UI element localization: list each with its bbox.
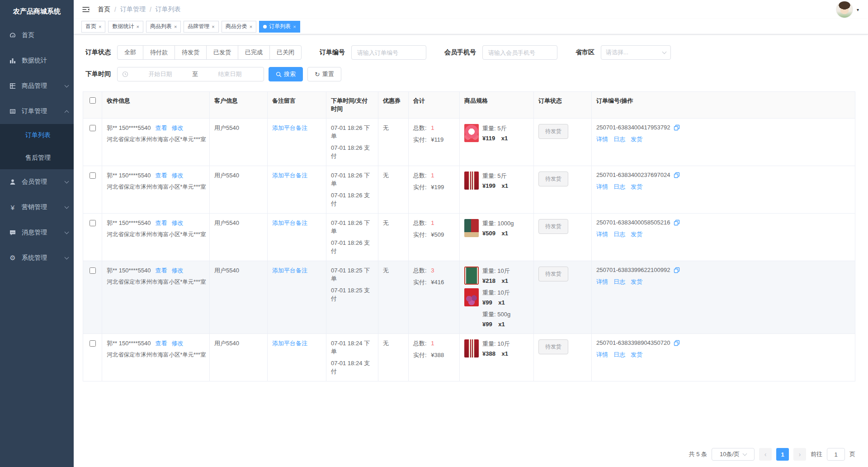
breadcrumb-home[interactable]: 首页 [98, 5, 110, 14]
edit-link[interactable]: 修改 [172, 267, 184, 275]
date-range-picker[interactable]: 开始日期 至 结束日期 [117, 67, 264, 81]
topbar: 首页 / 订单管理 / 订单列表 ▾ [74, 0, 868, 19]
tab-close-icon[interactable]: × [99, 24, 101, 29]
page-size-select[interactable]: 10条/页 [712, 448, 755, 461]
order-status-option-button[interactable]: 已关闭 [269, 45, 302, 60]
add-platform-note-link[interactable]: 添加平台备注 [272, 124, 307, 131]
sidebar-collapse-icon[interactable] [81, 5, 90, 14]
log-link[interactable]: 日志 [613, 230, 625, 238]
start-date-placeholder[interactable]: 开始日期 [131, 70, 189, 78]
tab-item[interactable]: 首页 × [81, 21, 105, 33]
ship-link[interactable]: 发货 [631, 351, 642, 359]
ship-link[interactable]: 发货 [631, 278, 642, 286]
tab-close-icon[interactable]: × [293, 24, 296, 29]
row-checkbox[interactable] [90, 340, 96, 347]
view-link[interactable]: 查看 [156, 124, 167, 132]
order-icon [9, 108, 16, 115]
product-item: 重量: 5斤 ¥199 x1 [464, 172, 529, 190]
copy-icon[interactable] [674, 267, 680, 273]
edit-link[interactable]: 修改 [172, 219, 184, 227]
detail-link[interactable]: 详情 [596, 278, 608, 286]
time-cell: 07-01 18:25 下单 07-01 18:25 支付 [326, 261, 378, 334]
ship-link[interactable]: 发货 [631, 135, 642, 143]
order-status-option-button[interactable]: 待付款 [143, 45, 175, 60]
count-label: 总数: [413, 172, 427, 179]
copy-icon[interactable] [674, 340, 680, 346]
count-value: 1 [431, 172, 434, 179]
sidebar-item-after-sale[interactable]: 售后管理 [0, 147, 74, 169]
detail-link[interactable]: 详情 [596, 351, 608, 359]
status-badge[interactable]: 待发货 [538, 339, 568, 354]
row-checkbox[interactable] [90, 220, 96, 226]
row-checkbox[interactable] [90, 172, 96, 179]
order-status-option-button[interactable]: 全部 [117, 45, 143, 60]
view-link[interactable]: 查看 [156, 267, 167, 275]
sidebar-item-orders[interactable]: 订单管理 [0, 99, 74, 124]
sidebar-item-members[interactable]: 会员管理 [0, 169, 74, 195]
order-status-option-button[interactable]: 已发货 [206, 45, 238, 60]
add-platform-note-link[interactable]: 添加平台备注 [272, 172, 307, 179]
tab-close-icon[interactable]: × [212, 24, 214, 29]
ship-link[interactable]: 发货 [631, 183, 642, 191]
log-link[interactable]: 日志 [613, 351, 625, 359]
tab-item[interactable]: 商品列表 × [146, 21, 181, 33]
products-cell: 重量: 1000g ¥509 x1 [460, 214, 534, 261]
copy-icon[interactable] [674, 219, 680, 226]
detail-link[interactable]: 详情 [596, 183, 608, 191]
search-button[interactable]: 搜索 [269, 67, 303, 81]
sidebar-item-order-list[interactable]: 订单列表 [0, 124, 74, 147]
sidebar-item-system[interactable]: ⚙ 系统管理 [0, 245, 74, 271]
reset-button[interactable]: ↻ 重置 [307, 67, 341, 81]
next-page-button[interactable]: › [793, 448, 806, 461]
detail-link[interactable]: 详情 [596, 230, 608, 238]
sidebar-item-marketing[interactable]: ¥ 营销管理 [0, 195, 74, 220]
sidebar-item-goods[interactable]: 商品管理 [0, 73, 74, 99]
view-link[interactable]: 查看 [156, 172, 167, 180]
tab-close-icon[interactable]: × [174, 24, 177, 29]
avatar[interactable] [836, 1, 853, 18]
copy-icon[interactable] [674, 124, 680, 131]
sidebar-item-stats[interactable]: 数据统计 [0, 48, 74, 73]
tab-item[interactable]: 订单列表 × [259, 21, 300, 33]
log-link[interactable]: 日志 [613, 135, 625, 143]
order-status-option-button[interactable]: 已完成 [238, 45, 270, 60]
tab-item[interactable]: 品牌管理 × [184, 21, 218, 33]
edit-link[interactable]: 修改 [172, 339, 184, 348]
view-link[interactable]: 查看 [156, 339, 167, 348]
edit-link[interactable]: 修改 [172, 172, 184, 180]
sidebar-item-messages[interactable]: 消息管理 [0, 220, 74, 245]
order-no-input[interactable] [351, 45, 426, 60]
user-menu-caret-icon[interactable]: ▾ [857, 7, 859, 12]
tab-item[interactable]: 商品分类 × [222, 21, 256, 33]
log-link[interactable]: 日志 [613, 183, 625, 191]
select-all-checkbox[interactable] [90, 97, 96, 104]
add-platform-note-link[interactable]: 添加平台备注 [272, 219, 307, 226]
ship-link[interactable]: 发货 [631, 230, 642, 238]
detail-link[interactable]: 详情 [596, 135, 608, 143]
sidebar-item-label: 消息管理 [22, 229, 65, 237]
tab-close-icon[interactable]: × [136, 24, 139, 29]
current-page-button[interactable]: 1 [776, 448, 789, 461]
copy-icon[interactable] [674, 172, 680, 178]
status-badge[interactable]: 待发货 [538, 124, 568, 139]
add-platform-note-link[interactable]: 添加平台备注 [272, 267, 307, 274]
status-badge[interactable]: 待发货 [538, 172, 568, 186]
region-select[interactable]: 请选择... [601, 45, 671, 60]
row-checkbox[interactable] [90, 125, 96, 131]
phone-input[interactable] [482, 45, 557, 60]
order-status-option-button[interactable]: 待发货 [175, 45, 207, 60]
prev-page-button[interactable]: ‹ [759, 448, 772, 461]
row-checkbox[interactable] [90, 267, 96, 274]
breadcrumb-order-mgmt[interactable]: 订单管理 [120, 5, 146, 14]
status-badge[interactable]: 待发货 [538, 267, 568, 281]
sidebar-item-home[interactable]: 首页 [0, 23, 74, 48]
end-date-placeholder[interactable]: 结束日期 [201, 70, 259, 78]
add-platform-note-link[interactable]: 添加平台备注 [272, 340, 307, 347]
goto-page-input[interactable] [827, 448, 845, 461]
tab-item[interactable]: 数据统计 × [108, 21, 143, 33]
log-link[interactable]: 日志 [613, 278, 625, 286]
edit-link[interactable]: 修改 [172, 124, 184, 132]
view-link[interactable]: 查看 [156, 219, 167, 227]
tab-close-icon[interactable]: × [250, 24, 252, 29]
status-badge[interactable]: 待发货 [538, 219, 568, 234]
